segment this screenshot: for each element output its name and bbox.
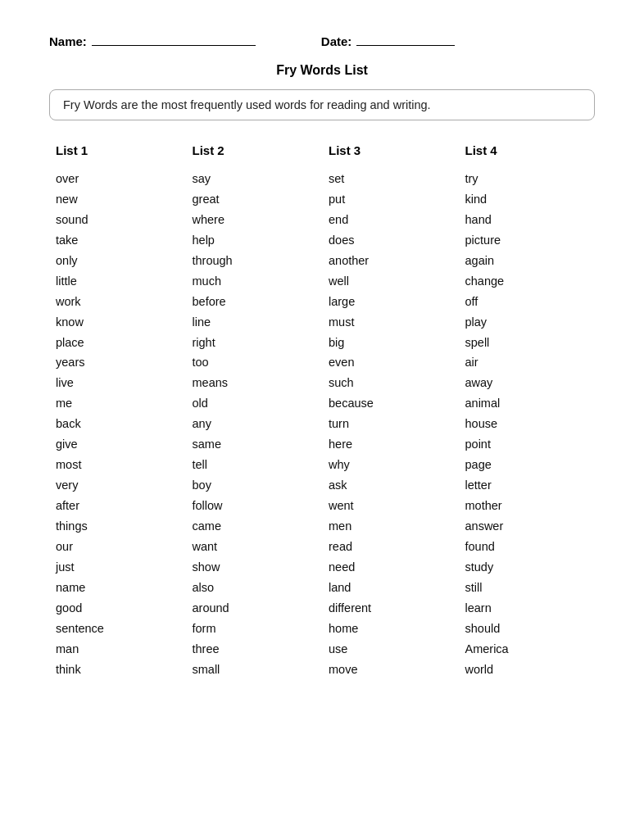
description-box: Fry Words are the most frequently used w… [49, 89, 595, 120]
list-item: animal [465, 393, 589, 414]
list-item: our [56, 537, 179, 557]
list-item: man [56, 639, 179, 660]
list-item: put [329, 189, 452, 210]
list-item: new [56, 189, 179, 210]
list-item: spell [465, 333, 589, 353]
list-item: back [56, 414, 179, 434]
list-item: know [56, 312, 179, 333]
list-item: where [193, 210, 316, 230]
list-item: turn [329, 414, 452, 434]
list-item: give [56, 434, 179, 455]
list-item: world [465, 660, 589, 680]
list-item: follow [193, 496, 316, 516]
list-item: tell [193, 455, 316, 475]
list-item: big [329, 333, 452, 353]
list-item: before [193, 292, 316, 312]
list-item: also [193, 578, 316, 598]
list-column-2: List 2saygreatwherehelpthroughmuchbefore… [186, 143, 323, 679]
list-header-4: List 4 [465, 143, 589, 157]
list-item: good [56, 598, 179, 619]
list-column-4: List 4trykindhandpictureagainchangeoffpl… [459, 143, 596, 679]
list-item: point [465, 434, 589, 455]
list-item: different [329, 598, 452, 619]
list-item: through [193, 251, 316, 271]
list-item: here [329, 434, 452, 455]
list-item: old [193, 393, 316, 414]
list-item: another [329, 251, 452, 271]
list-item: letter [465, 475, 589, 496]
list-item: land [329, 578, 452, 598]
list-item: help [193, 230, 316, 251]
list-item: men [329, 516, 452, 537]
name-underline [92, 33, 256, 46]
list-item: three [193, 639, 316, 660]
list-item: any [193, 414, 316, 434]
list-item: mother [465, 496, 589, 516]
date-label: Date: [321, 34, 352, 48]
list-item: read [329, 537, 452, 557]
list-item: after [56, 496, 179, 516]
list-header-2: List 2 [193, 143, 316, 157]
list-item: hand [465, 210, 589, 230]
list-item: name [56, 578, 179, 598]
list-item: line [193, 312, 316, 333]
list-item: came [193, 516, 316, 537]
list-header-1: List 1 [56, 143, 179, 157]
list-item: take [56, 230, 179, 251]
list-item: off [465, 292, 589, 312]
list-item: form [193, 619, 316, 639]
list-item: much [193, 271, 316, 292]
date-field: Date: [321, 33, 456, 48]
list-item: does [329, 230, 452, 251]
list-item: need [329, 557, 452, 578]
list-item: right [193, 333, 316, 353]
list-item: great [193, 189, 316, 210]
list-item: little [56, 271, 179, 292]
list-item: things [56, 516, 179, 537]
list-item: still [465, 578, 589, 598]
list-item: over [56, 169, 179, 189]
name-label: Name: [49, 34, 87, 48]
list-item: boy [193, 475, 316, 496]
list-item: show [193, 557, 316, 578]
list-item: away [465, 373, 589, 393]
list-item: sound [56, 210, 179, 230]
list-item: such [329, 373, 452, 393]
list-column-3: List 3setputenddoesanotherwelllargemustb… [322, 143, 459, 679]
list-item: house [465, 414, 589, 434]
list-item: sentence [56, 619, 179, 639]
list-item: study [465, 557, 589, 578]
list-item: well [329, 271, 452, 292]
list-item: most [56, 455, 179, 475]
list-item: air [465, 352, 589, 373]
list-item: same [193, 434, 316, 455]
list-item: went [329, 496, 452, 516]
list-column-1: List 1overnewsoundtakeonlylittleworkknow… [49, 143, 186, 679]
list-item: ask [329, 475, 452, 496]
list-item: home [329, 619, 452, 639]
list-item: move [329, 660, 452, 680]
page-title: Fry Words List [49, 63, 595, 78]
date-underline [356, 33, 455, 46]
list-item: just [56, 557, 179, 578]
list-item: set [329, 169, 452, 189]
list-item: want [193, 537, 316, 557]
list-item: means [193, 373, 316, 393]
form-header: Name: Date: [49, 33, 595, 48]
list-item: learn [465, 598, 589, 619]
list-item: say [193, 169, 316, 189]
word-lists-container: List 1overnewsoundtakeonlylittleworkknow… [49, 143, 595, 679]
list-item: around [193, 598, 316, 619]
list-item: because [329, 393, 452, 414]
list-item: too [193, 352, 316, 373]
list-item: only [56, 251, 179, 271]
list-item: small [193, 660, 316, 680]
list-item: page [465, 455, 589, 475]
list-item: very [56, 475, 179, 496]
name-field: Name: [49, 33, 256, 48]
list-item: America [465, 639, 589, 660]
list-item: must [329, 312, 452, 333]
list-item: picture [465, 230, 589, 251]
list-item: end [329, 210, 452, 230]
list-item: should [465, 619, 589, 639]
